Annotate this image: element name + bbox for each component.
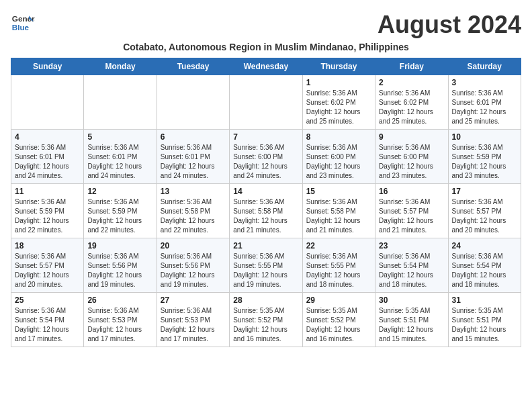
calendar-cell: 8Sunrise: 5:36 AM Sunset: 6:00 PM Daylig… [302, 130, 375, 184]
day-info: Sunrise: 5:36 AM Sunset: 5:57 PM Dayligh… [452, 197, 517, 235]
logo: General Blue [11, 11, 35, 35]
page-header: General Blue August 2024 [11, 11, 521, 39]
day-number: 26 [87, 295, 152, 305]
day-number: 8 [306, 132, 371, 142]
day-number: 25 [15, 295, 80, 305]
day-number: 9 [379, 132, 444, 142]
calendar-cell: 24Sunrise: 5:36 AM Sunset: 5:54 PM Dayli… [448, 238, 521, 293]
calendar-cell: 22Sunrise: 5:36 AM Sunset: 5:55 PM Dayli… [302, 238, 375, 293]
day-header-sunday: Sunday [11, 58, 84, 75]
calendar-cell: 5Sunrise: 5:36 AM Sunset: 6:01 PM Daylig… [84, 130, 157, 184]
day-number: 21 [233, 241, 298, 250]
day-number: 6 [161, 132, 226, 142]
day-info: Sunrise: 5:36 AM Sunset: 5:54 PM Dayligh… [15, 306, 80, 344]
day-header-monday: Monday [84, 58, 157, 75]
calendar-cell: 28Sunrise: 5:35 AM Sunset: 5:52 PM Dayli… [230, 293, 302, 347]
week-row-4: 18Sunrise: 5:36 AM Sunset: 5:57 PM Dayli… [11, 238, 521, 293]
day-number: 5 [87, 132, 152, 142]
calendar-cell: 18Sunrise: 5:36 AM Sunset: 5:57 PM Dayli… [11, 238, 84, 293]
day-number: 11 [15, 187, 80, 196]
day-info: Sunrise: 5:36 AM Sunset: 6:02 PM Dayligh… [379, 89, 444, 126]
calendar-cell: 13Sunrise: 5:36 AM Sunset: 5:58 PM Dayli… [157, 184, 229, 238]
day-number: 29 [306, 295, 371, 305]
calendar-cell: 31Sunrise: 5:35 AM Sunset: 5:51 PM Dayli… [448, 293, 521, 347]
day-info: Sunrise: 5:36 AM Sunset: 5:55 PM Dayligh… [306, 252, 371, 289]
calendar-cell: 23Sunrise: 5:36 AM Sunset: 5:54 PM Dayli… [375, 238, 448, 293]
calendar-cell: 9Sunrise: 5:36 AM Sunset: 6:00 PM Daylig… [375, 130, 448, 184]
day-info: Sunrise: 5:36 AM Sunset: 6:00 PM Dayligh… [233, 143, 298, 181]
day-info: Sunrise: 5:36 AM Sunset: 5:57 PM Dayligh… [15, 252, 80, 289]
day-info: Sunrise: 5:35 AM Sunset: 5:51 PM Dayligh… [452, 306, 517, 344]
calendar-cell: 3Sunrise: 5:36 AM Sunset: 6:01 PM Daylig… [448, 75, 521, 130]
calendar-cell [157, 75, 229, 130]
day-info: Sunrise: 5:36 AM Sunset: 6:02 PM Dayligh… [306, 89, 371, 126]
day-info: Sunrise: 5:36 AM Sunset: 5:55 PM Dayligh… [233, 252, 298, 289]
page-subtitle: Cotabato, Autonomous Region in Muslim Mi… [11, 42, 521, 52]
calendar-cell: 12Sunrise: 5:36 AM Sunset: 5:59 PM Dayli… [84, 184, 157, 238]
day-info: Sunrise: 5:36 AM Sunset: 5:56 PM Dayligh… [161, 252, 226, 289]
calendar-cell: 10Sunrise: 5:36 AM Sunset: 5:59 PM Dayli… [448, 130, 521, 184]
day-info: Sunrise: 5:35 AM Sunset: 5:52 PM Dayligh… [306, 306, 371, 344]
day-info: Sunrise: 5:36 AM Sunset: 6:01 PM Dayligh… [161, 143, 226, 181]
calendar-cell: 26Sunrise: 5:36 AM Sunset: 5:53 PM Dayli… [84, 293, 157, 347]
day-header-saturday: Saturday [448, 58, 521, 75]
calendar-cell [84, 75, 157, 130]
day-number: 19 [87, 241, 152, 250]
day-info: Sunrise: 5:36 AM Sunset: 5:57 PM Dayligh… [379, 197, 444, 235]
calendar-cell: 2Sunrise: 5:36 AM Sunset: 6:02 PM Daylig… [375, 75, 448, 130]
calendar-cell: 4Sunrise: 5:36 AM Sunset: 6:01 PM Daylig… [11, 130, 84, 184]
day-number: 24 [452, 241, 517, 250]
day-number: 2 [379, 78, 444, 87]
week-row-5: 25Sunrise: 5:36 AM Sunset: 5:54 PM Dayli… [11, 293, 521, 347]
day-info: Sunrise: 5:36 AM Sunset: 6:01 PM Dayligh… [15, 143, 80, 181]
calendar-cell: 6Sunrise: 5:36 AM Sunset: 6:01 PM Daylig… [157, 130, 229, 184]
day-number: 18 [15, 241, 80, 250]
day-number: 15 [306, 187, 371, 196]
day-info: Sunrise: 5:36 AM Sunset: 6:00 PM Dayligh… [306, 143, 371, 181]
day-info: Sunrise: 5:35 AM Sunset: 5:51 PM Dayligh… [379, 306, 444, 344]
day-info: Sunrise: 5:36 AM Sunset: 5:53 PM Dayligh… [161, 306, 226, 344]
calendar-cell: 7Sunrise: 5:36 AM Sunset: 6:00 PM Daylig… [230, 130, 302, 184]
calendar-cell [11, 75, 84, 130]
calendar-cell: 25Sunrise: 5:36 AM Sunset: 5:54 PM Dayli… [11, 293, 84, 347]
day-info: Sunrise: 5:36 AM Sunset: 6:00 PM Dayligh… [379, 143, 444, 181]
calendar-cell: 19Sunrise: 5:36 AM Sunset: 5:56 PM Dayli… [84, 238, 157, 293]
week-row-3: 11Sunrise: 5:36 AM Sunset: 5:59 PM Dayli… [11, 184, 521, 238]
day-info: Sunrise: 5:36 AM Sunset: 6:01 PM Dayligh… [87, 143, 152, 181]
day-number: 30 [379, 295, 444, 305]
calendar-cell: 1Sunrise: 5:36 AM Sunset: 6:02 PM Daylig… [302, 75, 375, 130]
day-number: 4 [15, 132, 80, 142]
day-info: Sunrise: 5:36 AM Sunset: 5:59 PM Dayligh… [452, 143, 517, 181]
calendar-cell: 21Sunrise: 5:36 AM Sunset: 5:55 PM Dayli… [230, 238, 302, 293]
day-number: 13 [161, 187, 226, 196]
logo-icon: General Blue [11, 11, 35, 35]
day-number: 12 [87, 187, 152, 196]
month-title: August 2024 [378, 11, 521, 39]
day-info: Sunrise: 5:36 AM Sunset: 5:54 PM Dayligh… [379, 252, 444, 289]
day-number: 27 [161, 295, 226, 305]
calendar-table: SundayMondayTuesdayWednesdayThursdayFrid… [11, 58, 521, 347]
calendar-cell: 16Sunrise: 5:36 AM Sunset: 5:57 PM Dayli… [375, 184, 448, 238]
day-info: Sunrise: 5:35 AM Sunset: 5:52 PM Dayligh… [233, 306, 298, 344]
week-row-2: 4Sunrise: 5:36 AM Sunset: 6:01 PM Daylig… [11, 130, 521, 184]
day-header-friday: Friday [375, 58, 448, 75]
calendar-cell: 29Sunrise: 5:35 AM Sunset: 5:52 PM Dayli… [302, 293, 375, 347]
calendar-cell: 30Sunrise: 5:35 AM Sunset: 5:51 PM Dayli… [375, 293, 448, 347]
day-number: 16 [379, 187, 444, 196]
day-number: 1 [306, 78, 371, 87]
day-info: Sunrise: 5:36 AM Sunset: 5:58 PM Dayligh… [161, 197, 226, 235]
day-info: Sunrise: 5:36 AM Sunset: 5:56 PM Dayligh… [87, 252, 152, 289]
day-info: Sunrise: 5:36 AM Sunset: 5:59 PM Dayligh… [15, 197, 80, 235]
day-header-tuesday: Tuesday [157, 58, 229, 75]
calendar-cell: 17Sunrise: 5:36 AM Sunset: 5:57 PM Dayli… [448, 184, 521, 238]
day-number: 17 [452, 187, 517, 196]
day-info: Sunrise: 5:36 AM Sunset: 5:53 PM Dayligh… [87, 306, 152, 344]
day-header-wednesday: Wednesday [230, 58, 302, 75]
day-header-thursday: Thursday [302, 58, 375, 75]
day-number: 7 [233, 132, 298, 142]
day-number: 10 [452, 132, 517, 142]
day-number: 23 [379, 241, 444, 250]
calendar-cell: 15Sunrise: 5:36 AM Sunset: 5:58 PM Dayli… [302, 184, 375, 238]
day-number: 14 [233, 187, 298, 196]
day-info: Sunrise: 5:36 AM Sunset: 5:58 PM Dayligh… [233, 197, 298, 235]
